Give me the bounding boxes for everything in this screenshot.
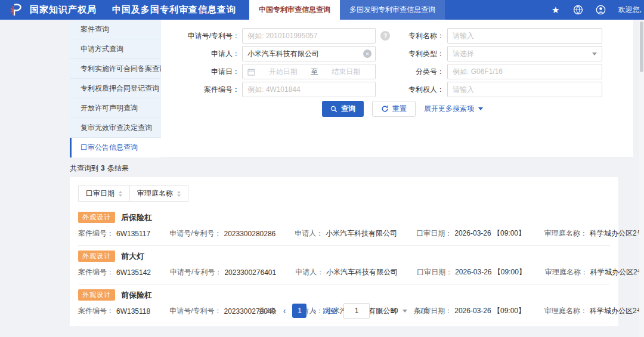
- pager-page-word: 页: [376, 306, 383, 316]
- detail-label: 审理庭名称：: [544, 228, 587, 239]
- header-tabs: 中国专利审查信息查询 多国发明专利审查信息查询: [249, 0, 445, 20]
- design-patent-badge: 外观设计: [78, 212, 115, 223]
- detail-label: 口审日期：: [416, 228, 452, 239]
- result-title-line: 外观设计 前大灯: [78, 251, 610, 262]
- search-icon: [330, 106, 338, 113]
- pager-total: 共3条: [258, 306, 277, 316]
- result-title: 前保险杠: [121, 290, 152, 301]
- tab-china-patent-query[interactable]: 中国专利审查信息查询: [249, 0, 340, 20]
- header-actions: ★ 欢迎您,: [550, 0, 644, 20]
- end-date-placeholder: 结束日期: [322, 67, 371, 77]
- expand-more-search-link[interactable]: 展开更多搜索项: [424, 104, 483, 114]
- tab-multi-country-patent-query[interactable]: 多国发明专利审查信息查询: [340, 0, 445, 20]
- detail-label: 口审日期：: [417, 267, 453, 277]
- applicant-field: ×: [242, 46, 376, 61]
- results-summary-suffix: 条结果: [107, 164, 129, 172]
- date-range-separator: 至: [311, 67, 318, 77]
- pager-size-select[interactable]: 10: [390, 307, 407, 315]
- scrollbar-track[interactable]: [639, 20, 644, 337]
- refresh-icon: [381, 105, 389, 113]
- patent-type-select[interactable]: 请选择: [447, 46, 602, 61]
- pagination: 共3条 ‹ 1 › 跳至 页 10 条/页: [70, 303, 618, 319]
- pager-next-icon[interactable]: ›: [313, 307, 316, 315]
- globe-icon[interactable]: [573, 5, 584, 16]
- patent-name-label: 专利名称：: [373, 28, 444, 44]
- results-summary-prefix: 共查询到: [70, 164, 98, 172]
- chevron-down-icon: [478, 107, 483, 110]
- design-patent-badge: 外观设计: [78, 251, 115, 262]
- class-no-label: 分类号：: [373, 64, 444, 79]
- sort-oral-hearing-date[interactable]: 口审日期: [78, 185, 130, 202]
- expand-more-search-label: 展开更多搜索项: [424, 104, 474, 114]
- result-title-line: 外观设计 前保险杠: [78, 289, 610, 301]
- detail-value: 科学城办公区2号楼第三审理庭（仅现场审理）: [590, 228, 644, 239]
- pager-jump-label: 跳至: [323, 306, 337, 316]
- case-no-label: 案件编号：: [165, 82, 240, 97]
- app-no-label: 申请号/专利号：: [165, 28, 240, 44]
- design-patent-badge: 外观设计: [78, 289, 115, 301]
- search-panel: 案件查询 申请方式查询 专利实施许可合同备案查询 专利权质押合同登记查询 开放许…: [70, 20, 633, 157]
- scrollbar-thumb[interactable]: [640, 21, 643, 72]
- patentee-input[interactable]: [447, 82, 602, 97]
- patent-name-input[interactable]: [447, 28, 602, 44]
- detail-label: 案件编号：: [78, 228, 114, 239]
- sort-arrows-icon: [119, 191, 122, 197]
- search-button[interactable]: 查询: [322, 101, 364, 117]
- patent-type-label: 专利类型：: [373, 46, 444, 61]
- sort-arrows-icon: [177, 191, 181, 197]
- pager-jump-input[interactable]: [343, 303, 370, 319]
- result-title: 前大灯: [121, 251, 144, 262]
- applicant-label: 申请人：: [165, 46, 240, 61]
- detail-value: 2023300280286: [224, 230, 276, 238]
- sort-label: 口审日期: [86, 188, 114, 199]
- pager-per-page-word: 条/页: [414, 306, 430, 316]
- top-header: 国家知识产权局 中国及多国专利审查信息查询 中国专利审查信息查询 多国发明专利审…: [0, 0, 644, 20]
- detail-label: 申请号/专利号：: [170, 267, 222, 277]
- cnipa-logo-icon: [8, 0, 24, 20]
- patent-type-value: 请选择: [453, 49, 474, 59]
- pager-page-1[interactable]: 1: [292, 304, 306, 318]
- start-date-placeholder: 开始日期: [259, 67, 308, 77]
- detail-label: 审理庭名称：: [545, 267, 588, 277]
- user-account-icon[interactable]: [596, 5, 606, 16]
- detail-value: 2023300276401: [224, 268, 276, 277]
- result-title-line: 外观设计 后保险杠: [78, 212, 610, 223]
- reset-button[interactable]: 重置: [372, 101, 416, 117]
- results-summary: 共查询到3条结果: [70, 163, 129, 174]
- case-no-input[interactable]: [242, 82, 376, 97]
- reset-button-label: 重置: [392, 104, 407, 114]
- sort-bar: 口审日期 审理庭名称: [78, 185, 188, 202]
- result-details: 案件编号：6W135142 申请号/专利号：2023300276401 申请人：…: [78, 267, 610, 284]
- detail-label: 申请人：: [295, 228, 323, 239]
- app-no-input[interactable]: [242, 28, 376, 44]
- result-title: 后保险杠: [121, 212, 152, 223]
- detail-value: 2026-03-26 【09:00】: [455, 267, 526, 277]
- application-date-range-picker[interactable]: 开始日期 至 结束日期: [242, 64, 376, 79]
- pager-prev-icon[interactable]: ‹: [283, 307, 286, 315]
- page-title: 中国及多国专利审查信息查询: [112, 4, 236, 16]
- detail-label: 案件编号：: [78, 267, 114, 277]
- chevron-down-icon: [402, 310, 407, 313]
- search-form: 申请号/专利号： ? 专利名称： 申请人： × 专利类型： 请选择 申请日：: [70, 20, 633, 157]
- pager-size-value: 10: [390, 307, 398, 315]
- result-details: 案件编号：6W135117 申请号/专利号：2023300280286 申请人：…: [78, 228, 610, 245]
- detail-value: 2026-03-26 【09:00】: [454, 228, 525, 239]
- favorite-star-icon[interactable]: ★: [550, 5, 561, 16]
- sort-label: 审理庭名称: [137, 188, 173, 199]
- sort-tribunal-name[interactable]: 审理庭名称: [129, 185, 188, 202]
- detail-value: 小米汽车科技有限公司: [326, 228, 397, 239]
- search-button-label: 查询: [341, 104, 355, 114]
- detail-label: 申请号/专利号：: [169, 228, 221, 239]
- org-name: 国家知识产权局: [30, 4, 97, 16]
- result-row: 外观设计 后保险杠 案件编号：6W135117 申请号/专利号：20233002…: [78, 207, 610, 246]
- application-date-label: 申请日：: [165, 64, 240, 79]
- detail-label: 申请人：: [295, 267, 324, 277]
- applicant-input[interactable]: [242, 46, 376, 61]
- class-no-input[interactable]: [447, 64, 602, 79]
- form-actions: 查询 重置 展开更多搜索项: [322, 101, 483, 117]
- clear-input-icon[interactable]: ×: [363, 50, 371, 58]
- detail-value: 科学城办公区2号楼第三审理庭（仅现场审理）: [590, 267, 644, 277]
- detail-value: 6W135142: [116, 268, 151, 277]
- results-card: 口审日期 审理庭名称 外观设计 后保险杠 案件编号：6W135117 申请号/专…: [70, 177, 618, 326]
- result-row: 外观设计 前大灯 案件编号：6W135142 申请号/专利号：202330027…: [78, 246, 610, 285]
